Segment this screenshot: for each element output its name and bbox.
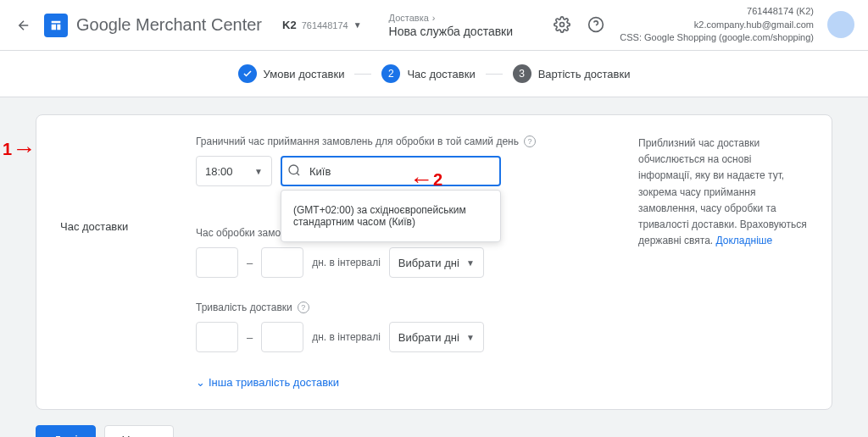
transit-max-input[interactable] — [261, 322, 303, 352]
help-icon[interactable] — [586, 14, 606, 35]
step-1-label: Умови доставки — [264, 68, 345, 80]
account-id: 761448174 — [302, 20, 348, 30]
logo-strong: Google — [76, 15, 131, 34]
range-dash: – — [247, 257, 253, 269]
caret-down-icon: ▼ — [254, 167, 263, 176]
caret-down-icon: ▼ — [466, 333, 475, 342]
app-header: Google Merchant Center K2 761448174 ▼ До… — [0, 0, 868, 51]
step-2-badge: 2 — [381, 64, 400, 83]
app-title: Google Merchant Center — [76, 15, 262, 35]
svg-point-2 — [289, 165, 298, 174]
handling-min-input[interactable] — [196, 247, 238, 278]
step-1[interactable]: Умови доставки — [238, 64, 345, 83]
account-line-2: k2.company.hub@gmail.com — [620, 19, 814, 31]
svg-point-0 — [560, 23, 565, 27]
handling-max-input[interactable] — [261, 247, 303, 278]
breadcrumb: Доставка › Нова служба доставки — [389, 13, 513, 38]
handling-unit: дн. в інтервалі — [312, 257, 381, 268]
help-tooltip-icon[interactable]: ? — [298, 301, 309, 313]
caret-down-icon: ▼ — [353, 20, 362, 30]
timezone-search-input[interactable] — [281, 156, 501, 186]
help-tooltip-icon[interactable]: ? — [524, 136, 536, 147]
cutoff-time-value: 18:00 — [205, 165, 233, 178]
timezone-dropdown: (GMT+02:00) за східноєвропейським станда… — [281, 190, 501, 242]
transit-min-input[interactable] — [196, 322, 238, 352]
step-3[interactable]: 3 Вартість доставки — [513, 64, 631, 83]
arrow-right-icon: → — [12, 137, 36, 161]
chevron-right-icon: › — [432, 13, 436, 23]
annotation-2-label: 2 — [433, 170, 442, 190]
timezone-option[interactable]: (GMT+02:00) за східноєвропейським станда… — [281, 196, 500, 236]
step-3-label: Вартість доставки — [538, 68, 631, 80]
section-title: Час доставки — [60, 136, 162, 389]
step-2[interactable]: 2 Час доставки — [381, 64, 475, 83]
page-title: Нова служба доставки — [389, 25, 513, 38]
next-button[interactable]: Далі — [36, 425, 96, 437]
handling-days-value: Вибрати дні — [398, 257, 459, 269]
avatar[interactable] — [827, 11, 854, 38]
step-3-badge: 3 — [513, 64, 531, 83]
back-button[interactable]: Назад — [104, 425, 174, 437]
account-info: 761448174 (K2) k2.company.hub@gmail.com … — [620, 5, 814, 44]
transit-days-select[interactable]: Вибрати дні ▼ — [389, 322, 484, 352]
learn-more-link[interactable]: Докладніше — [716, 235, 773, 246]
annotation-2: ← 2 — [409, 168, 442, 191]
stepper: Умови доставки 2 Час доставки 3 Вартість… — [0, 51, 868, 97]
range-dash: – — [247, 331, 253, 344]
annotation-1: 1 → — [3, 137, 36, 161]
account-line-1: 761448174 (K2) — [620, 5, 814, 18]
form-card: 1 → ← 2 Час доставки Граничний час прийм… — [36, 114, 832, 410]
cutoff-label: Граничний час приймання замовлень для об… — [196, 136, 604, 147]
settings-icon[interactable] — [552, 14, 572, 35]
step-divider — [486, 74, 503, 75]
handling-days-select[interactable]: Вибрати дні ▼ — [389, 247, 484, 278]
merchant-logo-icon — [44, 14, 68, 37]
account-selector[interactable]: K2 761448174 ▼ — [282, 19, 362, 31]
breadcrumb-parent[interactable]: Доставка — [389, 13, 429, 23]
transit-label: Тривалість доставки ? — [196, 301, 604, 313]
step-2-label: Час доставки — [407, 68, 475, 80]
side-help-body: Приблизний час доставки обчислюється на … — [638, 137, 807, 246]
logo-rest: Merchant Center — [131, 15, 263, 34]
annotation-1-label: 1 — [3, 140, 12, 159]
account-label: K2 — [282, 19, 297, 31]
cutoff-label-text: Граничний час приймання замовлень для об… — [196, 136, 519, 147]
back-arrow-icon[interactable] — [14, 15, 34, 36]
transit-label-text: Тривалість доставки — [196, 301, 292, 313]
chevron-down-icon: ⌄ — [196, 376, 205, 389]
cutoff-time-select[interactable]: 18:00 ▼ — [196, 156, 272, 186]
side-help-text: Приблизний час доставки обчислюється на … — [638, 136, 808, 389]
arrow-left-icon: ← — [409, 168, 433, 191]
more-transit-text: Інша тривалість доставки — [209, 376, 339, 389]
more-transit-link[interactable]: ⌄ Інша тривалість доставки — [196, 376, 604, 389]
search-icon — [287, 163, 301, 177]
step-divider — [354, 74, 371, 75]
transit-days-value: Вибрати дні — [398, 331, 459, 344]
transit-unit: дн. в інтервалі — [312, 331, 381, 343]
caret-down-icon: ▼ — [466, 258, 475, 268]
account-line-3: CSS: Google Shopping (google.com/shoppin… — [620, 31, 814, 44]
check-icon — [238, 64, 257, 83]
